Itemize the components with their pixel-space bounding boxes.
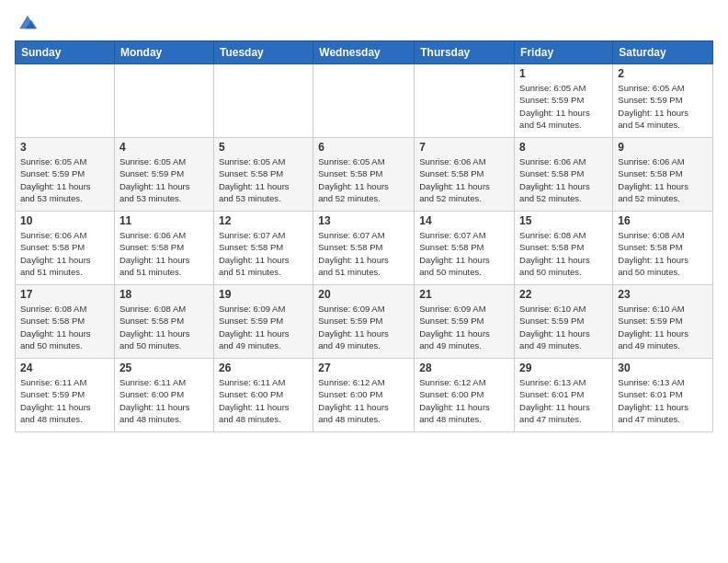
calendar-cell: 15Sunrise: 6:08 AM Sunset: 5:58 PM Dayli…	[515, 212, 613, 285]
weekday-header: Tuesday	[213, 41, 313, 64]
calendar-cell: 17Sunrise: 6:08 AM Sunset: 5:58 PM Dayli…	[16, 285, 115, 359]
day-info: Sunrise: 6:05 AM Sunset: 5:58 PM Dayligh…	[219, 155, 308, 204]
calendar-cell: 25Sunrise: 6:11 AM Sunset: 6:00 PM Dayli…	[114, 359, 213, 432]
day-info: Sunrise: 6:10 AM Sunset: 5:59 PM Dayligh…	[519, 303, 608, 351]
calendar-cell: 20Sunrise: 6:09 AM Sunset: 5:59 PM Dayli…	[313, 285, 415, 359]
calendar-cell: 19Sunrise: 6:09 AM Sunset: 5:59 PM Dayli…	[213, 285, 313, 359]
weekday-header: Saturday	[613, 41, 713, 64]
calendar-cell: 6Sunrise: 6:05 AM Sunset: 5:58 PM Daylig…	[313, 138, 415, 212]
day-number: 22	[519, 288, 608, 301]
day-info: Sunrise: 6:09 AM Sunset: 5:59 PM Dayligh…	[318, 303, 409, 351]
day-number: 15	[519, 214, 608, 227]
day-info: Sunrise: 6:11 AM Sunset: 5:59 PM Dayligh…	[20, 376, 109, 425]
day-number: 13	[318, 214, 409, 227]
day-number: 4	[119, 141, 209, 154]
day-number: 23	[618, 288, 708, 301]
weekday-header: Monday	[114, 41, 213, 64]
calendar-week-row: 17Sunrise: 6:08 AM Sunset: 5:58 PM Dayli…	[16, 285, 713, 359]
day-number: 7	[419, 141, 509, 154]
calendar-week-row: 24Sunrise: 6:11 AM Sunset: 5:59 PM Dayli…	[16, 359, 713, 432]
day-info: Sunrise: 6:05 AM Sunset: 5:59 PM Dayligh…	[618, 82, 708, 131]
day-info: Sunrise: 6:08 AM Sunset: 5:58 PM Dayligh…	[20, 303, 109, 351]
day-info: Sunrise: 6:05 AM Sunset: 5:59 PM Dayligh…	[20, 155, 109, 204]
day-info: Sunrise: 6:05 AM Sunset: 5:58 PM Dayligh…	[318, 155, 409, 204]
calendar-cell: 24Sunrise: 6:11 AM Sunset: 5:59 PM Dayli…	[16, 359, 115, 432]
day-info: Sunrise: 6:12 AM Sunset: 6:00 PM Dayligh…	[419, 376, 509, 425]
calendar-week-row: 3Sunrise: 6:05 AM Sunset: 5:59 PM Daylig…	[16, 138, 713, 212]
calendar-cell: 22Sunrise: 6:10 AM Sunset: 5:59 PM Dayli…	[515, 285, 613, 359]
day-info: Sunrise: 6:13 AM Sunset: 6:01 PM Dayligh…	[618, 376, 708, 425]
day-number: 21	[419, 288, 509, 301]
calendar-cell: 26Sunrise: 6:11 AM Sunset: 6:00 PM Dayli…	[213, 359, 313, 432]
day-info: Sunrise: 6:11 AM Sunset: 6:00 PM Dayligh…	[119, 376, 209, 425]
calendar-header-row: SundayMondayTuesdayWednesdayThursdayFrid…	[16, 41, 713, 64]
calendar-cell: 28Sunrise: 6:12 AM Sunset: 6:00 PM Dayli…	[415, 359, 515, 432]
day-info: Sunrise: 6:10 AM Sunset: 5:59 PM Dayligh…	[618, 303, 708, 351]
calendar-cell	[415, 64, 515, 138]
day-info: Sunrise: 6:06 AM Sunset: 5:58 PM Dayligh…	[618, 155, 708, 204]
calendar-cell: 18Sunrise: 6:08 AM Sunset: 5:58 PM Dayli…	[114, 285, 213, 359]
calendar-cell: 9Sunrise: 6:06 AM Sunset: 5:58 PM Daylig…	[613, 138, 713, 212]
day-info: Sunrise: 6:06 AM Sunset: 5:58 PM Dayligh…	[519, 155, 608, 204]
calendar-cell: 21Sunrise: 6:09 AM Sunset: 5:59 PM Dayli…	[415, 285, 515, 359]
day-info: Sunrise: 6:06 AM Sunset: 5:58 PM Dayligh…	[20, 229, 109, 278]
day-number: 24	[20, 362, 109, 374]
day-number: 30	[618, 362, 708, 374]
calendar-cell: 13Sunrise: 6:07 AM Sunset: 5:58 PM Dayli…	[313, 212, 415, 285]
calendar-cell	[213, 64, 313, 138]
day-info: Sunrise: 6:11 AM Sunset: 6:00 PM Dayligh…	[219, 376, 308, 425]
calendar-cell: 12Sunrise: 6:07 AM Sunset: 5:58 PM Dayli…	[213, 212, 313, 285]
page: SundayMondayTuesdayWednesdayThursdayFrid…	[0, 0, 728, 563]
day-number: 28	[419, 362, 509, 374]
calendar-cell: 7Sunrise: 6:06 AM Sunset: 5:58 PM Daylig…	[415, 138, 515, 212]
day-info: Sunrise: 6:05 AM Sunset: 5:59 PM Dayligh…	[119, 155, 209, 204]
day-info: Sunrise: 6:07 AM Sunset: 5:58 PM Dayligh…	[318, 229, 409, 278]
day-number: 11	[119, 214, 209, 227]
day-info: Sunrise: 6:09 AM Sunset: 5:59 PM Dayligh…	[219, 303, 308, 351]
day-info: Sunrise: 6:07 AM Sunset: 5:58 PM Dayligh…	[419, 229, 509, 278]
day-number: 25	[119, 362, 209, 374]
day-number: 18	[119, 288, 209, 301]
day-number: 17	[20, 288, 109, 301]
day-info: Sunrise: 6:06 AM Sunset: 5:58 PM Dayligh…	[419, 155, 509, 204]
day-number: 20	[318, 288, 409, 301]
calendar-cell: 3Sunrise: 6:05 AM Sunset: 5:59 PM Daylig…	[16, 138, 115, 212]
weekday-header: Sunday	[16, 41, 115, 64]
calendar-cell: 5Sunrise: 6:05 AM Sunset: 5:58 PM Daylig…	[213, 138, 313, 212]
day-number: 6	[318, 141, 409, 154]
day-number: 27	[318, 362, 409, 374]
day-number: 5	[219, 141, 308, 154]
weekday-header: Thursday	[415, 41, 515, 64]
calendar-cell: 4Sunrise: 6:05 AM Sunset: 5:59 PM Daylig…	[114, 138, 213, 212]
day-info: Sunrise: 6:12 AM Sunset: 6:00 PM Dayligh…	[318, 376, 409, 425]
day-number: 10	[20, 214, 109, 227]
calendar-cell: 23Sunrise: 6:10 AM Sunset: 5:59 PM Dayli…	[613, 285, 713, 359]
weekday-header: Friday	[515, 41, 613, 64]
calendar-cell	[16, 64, 115, 138]
day-number: 16	[618, 214, 708, 227]
day-number: 14	[419, 214, 509, 227]
calendar-cell: 27Sunrise: 6:12 AM Sunset: 6:00 PM Dayli…	[313, 359, 415, 432]
day-info: Sunrise: 6:06 AM Sunset: 5:58 PM Dayligh…	[119, 229, 209, 278]
day-info: Sunrise: 6:08 AM Sunset: 5:58 PM Dayligh…	[618, 229, 708, 278]
day-info: Sunrise: 6:05 AM Sunset: 5:59 PM Dayligh…	[519, 82, 608, 131]
calendar-week-row: 10Sunrise: 6:06 AM Sunset: 5:58 PM Dayli…	[16, 212, 713, 285]
day-number: 3	[20, 141, 109, 154]
day-number: 8	[519, 141, 608, 154]
calendar-cell: 10Sunrise: 6:06 AM Sunset: 5:58 PM Dayli…	[16, 212, 115, 285]
calendar-cell: 1Sunrise: 6:05 AM Sunset: 5:59 PM Daylig…	[515, 64, 613, 138]
calendar-cell: 16Sunrise: 6:08 AM Sunset: 5:58 PM Dayli…	[613, 212, 713, 285]
day-number: 12	[219, 214, 308, 227]
day-number: 26	[219, 362, 308, 374]
day-info: Sunrise: 6:08 AM Sunset: 5:58 PM Dayligh…	[119, 303, 209, 351]
day-number: 9	[618, 141, 708, 154]
calendar-cell	[114, 64, 213, 138]
day-info: Sunrise: 6:13 AM Sunset: 6:01 PM Dayligh…	[519, 376, 608, 425]
header	[15, 11, 713, 33]
day-info: Sunrise: 6:07 AM Sunset: 5:58 PM Dayligh…	[219, 229, 308, 278]
weekday-header: Wednesday	[313, 41, 415, 64]
logo	[15, 11, 39, 33]
logo-icon	[17, 11, 39, 33]
calendar-cell: 30Sunrise: 6:13 AM Sunset: 6:01 PM Dayli…	[613, 359, 713, 432]
day-number: 29	[519, 362, 608, 374]
